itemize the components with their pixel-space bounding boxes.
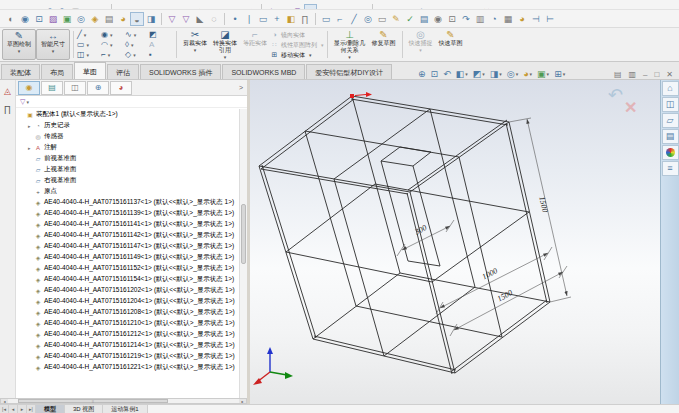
panel-tab-propertymanager[interactable]: ▤ — [41, 81, 63, 95]
coordinate-system-icon[interactable]: + — [270, 12, 284, 26]
pie-report-icon[interactable]: ◕ — [515, 12, 529, 26]
linear-pattern-dropdown-icon[interactable]: ▾ — [321, 40, 324, 50]
ribbon-tab-6[interactable]: SOLIDWORKS MBD — [222, 64, 305, 79]
corner-trim-icon[interactable]: ⌐ — [333, 12, 347, 26]
scroll-right-arrow[interactable]: ▸ — [239, 399, 246, 403]
panel-expand-arrow[interactable]: > — [239, 84, 243, 91]
select-cursor-icon[interactable]: ◣ — [193, 12, 207, 26]
preview-window-icon[interactable]: ◒ — [130, 12, 144, 26]
tree-item[interactable]: ▸A注解 — [16, 142, 239, 153]
panel-tab-dimxpertmanager[interactable]: ⊕ — [87, 81, 109, 95]
restore-button[interactable]: □ — [654, 70, 659, 79]
pin-left-icon[interactable]: ⊣ — [529, 12, 543, 26]
recall-last-render-icon[interactable]: ◕ — [116, 12, 130, 26]
tree-item[interactable]: ◈AE40-4040-4-H_AAT0715161221<1> (默认<<默认>… — [16, 362, 239, 373]
point-tool[interactable]: ▪ — [149, 50, 173, 60]
rapid-sketch-button[interactable]: ✎ 快速草图 — [436, 29, 466, 60]
trim-entities-button[interactable]: ✂ 剪裁实体 ▾ — [180, 29, 210, 60]
tree-vertical-scrollbar[interactable] — [239, 109, 247, 398]
quick-snaps-dropdown-icon[interactable]: ▾ — [419, 48, 422, 53]
lasso-selection-icon[interactable]: ◌ — [207, 12, 221, 26]
taskpane-tab-view-palette[interactable]: ▤ — [662, 129, 679, 144]
scroll-left-arrow[interactable]: ◂ — [1, 399, 8, 403]
sketch-text-tool[interactable]: A — [149, 40, 173, 50]
tree-item[interactable]: ◈AE40-4040-4-H_AAT0715161141<1> (默认<<默认>… — [16, 219, 239, 230]
exit-sketch-icon[interactable]: ↷ — [608, 84, 623, 106]
tree-item[interactable]: ◈AE40-4040-4-H_AAT0715161210<1> (默认<<默认>… — [16, 318, 239, 329]
filter-toggle-icon[interactable]: ▽ — [165, 12, 179, 26]
edit-scene-icon[interactable]: ▣ — [60, 12, 74, 26]
tree-item[interactable]: ▱右视基准面 — [16, 175, 239, 186]
trim-dropdown-icon[interactable]: ▾ — [194, 48, 197, 53]
pane-left-button[interactable]: ▤ — [614, 70, 622, 79]
view-settings-icon[interactable]: ⊞▾ — [552, 69, 567, 79]
frame-edges[interactable] — [259, 96, 550, 374]
exploded-view-flyout-icon[interactable]: ◬ — [1, 84, 15, 98]
panel-tab-featuremanager-tree[interactable]: ◉ — [18, 81, 40, 95]
bottom-tab-2[interactable]: 3D 视图 — [65, 405, 103, 413]
view-orientation-icon[interactable]: ◩▾ — [471, 69, 487, 79]
fillet-tool[interactable]: ⌐▾ — [101, 50, 125, 60]
3d-sketch-plane-tool[interactable]: ◩ — [149, 30, 173, 40]
sketch-button[interactable]: ✎ 草图绘制 ▾ — [2, 29, 36, 60]
render-region-icon[interactable]: ⊡ — [32, 12, 46, 26]
previous-view-icon[interactable]: ↶ — [441, 69, 453, 79]
spline-tool[interactable]: ∿▾ — [125, 30, 149, 40]
repair-sketch-button[interactable]: ✎ 修复草图 — [369, 29, 399, 60]
tree-item[interactable]: ◈AE40-4040-4-H_AAT0715161139<1> (默认<<默认>… — [16, 208, 239, 219]
filter-funnel-icon[interactable]: ▽ — [20, 98, 25, 106]
edit-decal-icon[interactable]: ▨ — [46, 12, 60, 26]
walk-through-icon[interactable]: ◨ — [144, 12, 158, 26]
apply-scene-icon[interactable]: ▣▾ — [535, 69, 551, 79]
pin-right-icon[interactable]: ⊢ — [543, 12, 557, 26]
reference-point-icon[interactable]: • — [228, 12, 242, 26]
taskpane-tab-home[interactable]: ⌂ — [662, 81, 679, 96]
close-button[interactable]: ✕ — [666, 70, 673, 79]
hide-show-items-icon[interactable]: ◎▾ — [505, 69, 520, 79]
routing-pipe-icon[interactable]: ∏ — [1, 102, 15, 116]
tree-item[interactable]: ◈AE40-4040-4-H_AAT0715161204<1> (默认<<默认>… — [16, 296, 239, 307]
quick-snaps-button[interactable]: ◎ 快速捕捉 ▾ — [406, 29, 436, 60]
ribbon-tab-5[interactable]: SOLIDWORKS 插件 — [140, 64, 221, 79]
tree-item[interactable]: ▱前视基准面 — [16, 153, 239, 164]
inspect-icon[interactable]: ◔ — [487, 12, 501, 26]
magnifier-a-icon[interactable]: ◉ — [431, 12, 445, 26]
tree-item[interactable]: ◈AE40-4040-4-H_AAT0715161142<1> (默认<<默认>… — [16, 230, 239, 241]
taskpane-tab-design-library[interactable]: ◫ — [662, 97, 679, 112]
tree-item[interactable]: ◈AE40-4040-4-H_AAT0715161219<1> (默认<<默认>… — [16, 351, 239, 362]
sketch-line-icon[interactable]: ╱ — [347, 12, 361, 26]
wireframe-canvas[interactable]: 1500 300 1000 1500 — [250, 80, 660, 404]
convert-entities-button[interactable]: ◪ 转换实体引用 ▾ — [210, 29, 240, 60]
reference-axis-icon[interactable]: ∣ — [242, 12, 256, 26]
tree-item[interactable]: ◈AE40-4040-4-H_AAT0715161212<1> (默认<<默认>… — [16, 329, 239, 340]
tree-item[interactable]: ◈AE40-4040-4-H_AAT0715161152<1> (默认<<默认>… — [16, 263, 239, 274]
reference-plane-icon[interactable]: ▭ — [256, 12, 270, 26]
photoview-preview-icon[interactable]: ◐ — [4, 12, 18, 26]
smart-dimension-dropdown-icon[interactable]: ▾ — [52, 49, 55, 54]
rectangle-tool[interactable]: ▭▾ — [77, 40, 101, 50]
minimize-button[interactable]: – — [643, 70, 647, 79]
cancel-sketch-icon[interactable]: ✕ — [624, 98, 637, 117]
study-nav-2[interactable]: ◂ — [9, 405, 18, 413]
filter-vertices-icon[interactable]: ▽ — [179, 12, 193, 26]
tree-item[interactable]: ◈AE40-4040-4-H_AAT0715161208<1> (默认<<默认>… — [16, 307, 239, 318]
section-view-icon[interactable]: ◧▾ — [454, 69, 470, 79]
render-options-icon[interactable]: ◈ — [88, 12, 102, 26]
move-entities-button[interactable]: ⊞ 移动实体 ▾ — [270, 50, 324, 60]
study-nav-4[interactable]: ▸| — [27, 405, 36, 413]
dimension-label-1500-right[interactable]: 1500 — [537, 196, 549, 214]
tree-item[interactable]: ▱上视基准面 — [16, 164, 239, 175]
tree-item[interactable]: ▸◔历史记录 — [16, 120, 239, 131]
hscroll-thumb[interactable]: ≡ — [18, 399, 168, 403]
filter-dropdown-icon[interactable]: ▾ — [26, 99, 29, 105]
polygon-tool[interactable]: ◇▾ — [125, 50, 149, 60]
target-point-icon[interactable]: ◎ — [361, 12, 375, 26]
ellipse-tool[interactable]: ◊▾ — [125, 40, 149, 50]
smart-dimension-button[interactable]: ↔ 智能尺寸 ▾ — [36, 29, 70, 60]
corner-rectangle-icon[interactable]: ▭ — [319, 12, 333, 26]
sketch-dropdown-icon[interactable]: ▾ — [18, 49, 21, 54]
bottom-tab-1[interactable]: 模型 — [36, 405, 65, 413]
pipe-route-icon[interactable]: ∏ — [298, 12, 312, 26]
tree-item[interactable]: +原点 — [16, 186, 239, 197]
slot-tool[interactable]: ◫▾ — [77, 50, 101, 60]
